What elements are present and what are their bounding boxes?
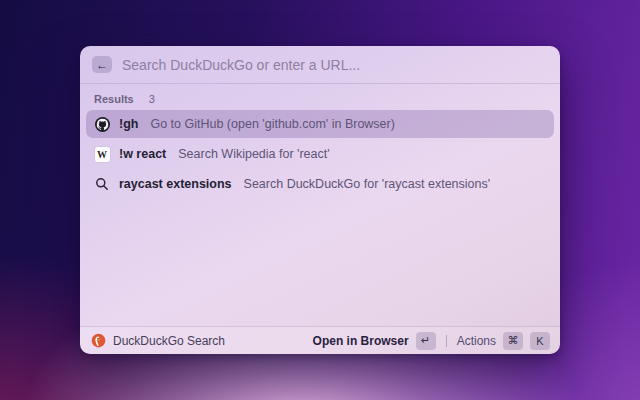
raycast-window: ← Results 3 !gh Go to GitHub (open 'gith… (80, 46, 560, 354)
search-bar: ← (80, 46, 560, 84)
footer-bar: DuckDuckGo Search Open in Browser ↵ Acti… (80, 326, 560, 354)
back-button[interactable]: ← (92, 56, 112, 73)
actions-label[interactable]: Actions (457, 334, 496, 348)
results-count: 3 (149, 93, 155, 105)
command-key-badge[interactable]: ⌘ (503, 332, 523, 350)
return-key-badge[interactable]: ↵ (416, 332, 436, 350)
results-list: !gh Go to GitHub (open 'github.com' in B… (80, 108, 560, 198)
github-icon (94, 116, 110, 132)
results-section-header: Results 3 (80, 84, 560, 108)
search-input[interactable] (122, 57, 548, 73)
result-subtitle: Search Wikipedia for 'react' (178, 147, 329, 161)
result-title: raycast extensions (119, 177, 232, 191)
result-row-github[interactable]: !gh Go to GitHub (open 'github.com' in B… (86, 110, 554, 138)
footer-divider (446, 335, 447, 347)
search-icon (94, 176, 110, 192)
results-label: Results (94, 93, 134, 105)
k-key-badge[interactable]: K (530, 332, 550, 350)
wikipedia-icon: W (94, 146, 110, 162)
arrow-left-icon: ← (96, 59, 108, 71)
result-subtitle: Go to GitHub (open 'github.com' in Brows… (150, 117, 394, 131)
result-row-duckduckgo-search[interactable]: raycast extensions Search DuckDuckGo for… (86, 170, 554, 198)
result-subtitle: Search DuckDuckGo for 'raycast extension… (244, 177, 491, 191)
duckduckgo-icon (90, 333, 106, 349)
primary-action-label[interactable]: Open in Browser (313, 334, 409, 348)
result-title: !gh (119, 117, 138, 131)
result-row-wikipedia[interactable]: W !w react Search Wikipedia for 'react' (86, 140, 554, 168)
result-title: !w react (119, 147, 166, 161)
extension-name: DuckDuckGo Search (113, 334, 225, 348)
